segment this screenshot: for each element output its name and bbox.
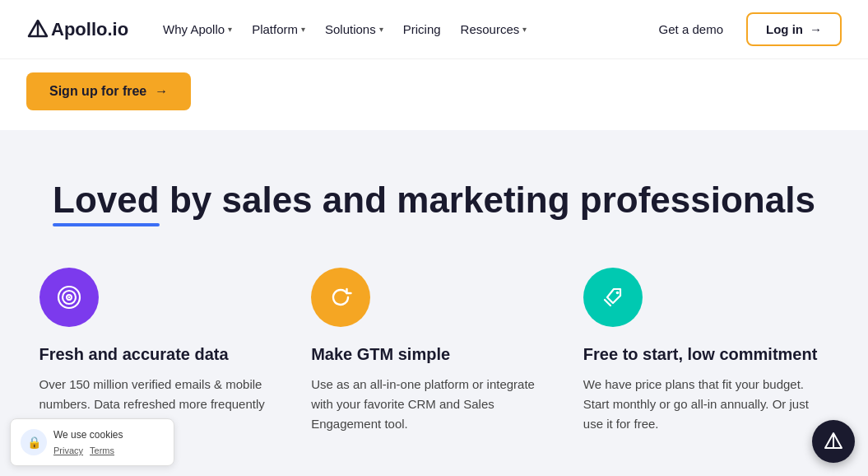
privacy-link[interactable]: Privacy [53,446,83,455]
feature-title-free: Free to start, low commitment [583,343,818,365]
feature-gtm-simple: Make GTM simple Use as an all-in-one pla… [311,268,557,434]
feature-desc-free: We have price plans that fit your budget… [583,375,829,434]
signup-button[interactable]: Sign up for free → [26,72,191,110]
logo-icon [26,18,49,41]
target-icon [54,282,84,312]
nav-item-platform[interactable]: Platform ▾ [244,16,313,43]
chevron-down-icon: ▾ [228,25,232,34]
get-demo-button[interactable]: Get a demo [649,16,733,43]
logo-text: Apollo.io [26,18,128,41]
cookie-links: Privacy Terms [53,446,123,455]
nav-item-resources[interactable]: Resources ▾ [453,16,536,43]
chat-fab-button[interactable] [812,420,855,463]
svg-point-5 [67,296,69,297]
arrow-right-icon: → [155,84,168,99]
feature-desc-gtm: Use as an all-in-one platform or integra… [311,375,557,434]
features-grid: Fresh and accurate data Over 150 million… [39,268,829,434]
nav-item-solutions[interactable]: Solutions ▾ [317,16,392,43]
feature-title-gtm: Make GTM simple [311,343,450,365]
arrow-right-icon: → [810,22,822,36]
cookie-content: We use cookies Privacy Terms [53,429,123,455]
free-start-icon-circle [583,268,643,327]
chevron-down-icon: ▾ [301,25,305,34]
chevron-down-icon: ▾ [522,25,527,34]
cookie-notice: 🔒 We use cookies Privacy Terms [10,418,174,466]
navbar: Apollo.io Why Apollo ▾ Platform ▾ Soluti… [0,0,868,59]
cookie-icon: 🔒 [21,429,47,455]
feature-fresh-data: Fresh and accurate data Over 150 million… [39,268,285,434]
terms-link[interactable]: Terms [90,446,114,455]
nav-right: Get a demo Log in → [649,12,842,46]
gtm-icon-circle [311,268,370,327]
feature-free-start: Free to start, low commitment We have pr… [583,268,829,434]
logo[interactable]: Apollo.io [26,18,128,41]
signup-banner: Sign up for free → [0,59,868,130]
feature-title-fresh-data: Fresh and accurate data [39,343,229,365]
cookie-notice-inner: 🔒 We use cookies Privacy Terms [21,429,164,455]
apollo-fab-icon [823,431,844,452]
loved-word: Loved [53,180,160,222]
cookie-text: We use cookies [53,429,123,441]
fresh-data-icon-circle [39,268,99,327]
nav-item-why-apollo[interactable]: Why Apollo ▾ [155,16,240,43]
chevron-down-icon: ▾ [379,25,383,34]
svg-point-6 [616,291,620,294]
nav-item-pricing[interactable]: Pricing [395,16,449,43]
login-button[interactable]: Log in → [746,12,842,46]
nav-links: Why Apollo ▾ Platform ▾ Solutions ▾ Pric… [155,16,649,43]
section-heading: Loved by sales and marketing professiona… [26,180,842,222]
logo-label: Apollo.io [51,19,128,40]
refresh-icon [326,282,355,312]
price-tag-icon [598,282,628,312]
